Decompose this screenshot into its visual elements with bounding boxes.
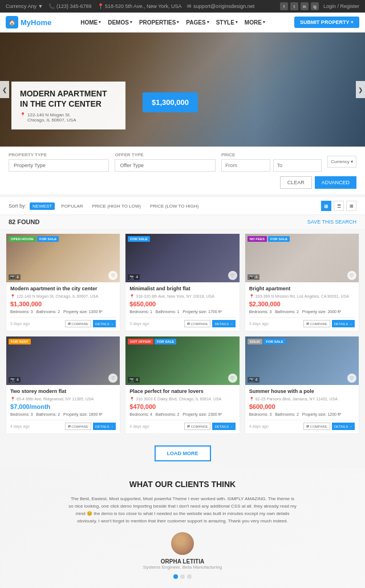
- card-footer: 4 days ago ⇄ COMPARE DETAILS →: [129, 420, 235, 430]
- property-type-select[interactable]: Property Type: [9, 159, 109, 172]
- instagram-icon[interactable]: ig: [311, 2, 319, 10]
- search-filters: PROPERTY TYPE Property Type OFFER TYPE O…: [0, 147, 365, 195]
- card-body: Place perfect for nature lovers 📍 310 30…: [125, 385, 239, 433]
- linkedin-icon[interactable]: in: [301, 2, 309, 10]
- dot-1[interactable]: [173, 574, 178, 579]
- card-address: 📍 122-140 N Mogan St, Chicago, IL 60607,…: [10, 294, 116, 299]
- card-badges: FOR SALE: [128, 236, 149, 242]
- nav-home[interactable]: HOME ▾: [80, 19, 101, 26]
- offer-type-select[interactable]: Offer Type: [115, 159, 215, 172]
- map-view-button[interactable]: ⊞: [346, 201, 356, 211]
- address-text: 310 3003 E Daley Blvd, Chicago, IL 60614…: [136, 397, 221, 401]
- card-actions: ⇄ COMPARE DETAILS →: [303, 423, 355, 430]
- sort-label: Sort by:: [9, 203, 26, 209]
- twitter-icon[interactable]: t: [290, 2, 298, 10]
- pin-icon: 📍: [129, 294, 135, 299]
- badge-rent: FOR RENT: [9, 339, 31, 344]
- card-image[interactable]: HOT OFFER!FOR SALE ♡ 📷 4: [125, 336, 239, 385]
- pin-icon: 📍: [10, 294, 15, 299]
- card-price: $650,000: [129, 301, 235, 307]
- property-card: NO FEESFOR SALE ♡ 📷 4 Bright apartment 📍…: [245, 233, 359, 331]
- login-register[interactable]: Login / Register: [323, 3, 359, 9]
- facebook-icon[interactable]: f: [280, 2, 288, 10]
- pin-icon: 📍: [20, 112, 26, 117]
- favorite-button[interactable]: ♡: [228, 374, 237, 383]
- details-button[interactable]: DETAILS →: [332, 320, 355, 327]
- nav-more[interactable]: MORE ▾: [245, 19, 265, 26]
- details-button[interactable]: DETAILS →: [332, 423, 355, 430]
- save-search-button[interactable]: SAVE THIS SEARCH: [307, 219, 356, 225]
- submit-property-button[interactable]: SUBMIT PROPERTY +: [294, 17, 359, 28]
- dot-3[interactable]: [187, 574, 192, 579]
- filter-buttons: CLEAR ADVANCED: [9, 176, 356, 189]
- compare-button[interactable]: ⇄ COMPARE: [303, 320, 330, 327]
- compare-button[interactable]: ⇄ COMPARE: [303, 423, 330, 430]
- sort-popular[interactable]: POPULAR: [58, 202, 86, 210]
- dot-2[interactable]: [180, 574, 185, 579]
- logo[interactable]: 🏠 MyHome: [6, 16, 51, 29]
- favorite-button[interactable]: ♡: [108, 374, 117, 383]
- currency-selector[interactable]: Currency Any ▼: [6, 3, 43, 9]
- card-title: Summer house with a pole: [249, 388, 355, 395]
- card-specs: Bedrooms: 3 Bathrooms: 2 Property size: …: [249, 412, 355, 418]
- details-button[interactable]: DETAILS →: [93, 423, 116, 430]
- compare-button[interactable]: ⇄ COMPARE: [65, 320, 92, 327]
- nav-properties[interactable]: PROPERTIES ▾: [139, 19, 179, 26]
- testimonial-title: WHAT OUR CLIENTS THINK: [9, 480, 356, 489]
- price-from-input[interactable]: [221, 159, 270, 172]
- card-image[interactable]: OPEN HOUSEFOR SALE ♡ 📷 4: [6, 234, 120, 282]
- card-specs: Bedrooms: 1 Bathrooms: 1 Property size: …: [129, 309, 235, 315]
- clear-button[interactable]: CLEAR: [280, 176, 312, 189]
- list-view-button[interactable]: ☰: [334, 201, 344, 211]
- hero-next-button[interactable]: ❯: [356, 81, 365, 98]
- card-title: Bright apartment: [249, 286, 355, 293]
- view-options: ▦ ☰ ⊞: [321, 201, 356, 211]
- nav-pages[interactable]: PAGES ▾: [186, 19, 209, 26]
- badge-hot: HOT OFFER!: [128, 339, 153, 344]
- favorite-button[interactable]: ♡: [347, 271, 356, 280]
- phone2: 📍 518-520 5th Ave., New York, USA: [98, 3, 182, 9]
- property-type-label: PROPERTY TYPE: [9, 152, 109, 157]
- compare-button[interactable]: ⇄ COMPARE: [184, 423, 211, 430]
- card-image[interactable]: SOLD!FOR SALE ♡ 📷 4: [245, 336, 359, 385]
- advanced-button[interactable]: ADVANCED: [315, 176, 356, 189]
- card-image[interactable]: NO FEESFOR SALE ♡ 📷 4: [245, 234, 359, 282]
- card-price: $470,000: [129, 403, 235, 410]
- hero-price-button[interactable]: $1,300,000: [143, 92, 198, 112]
- card-image[interactable]: FOR RENT ♡ 📷 4: [6, 336, 120, 385]
- details-button[interactable]: DETAILS →: [212, 320, 235, 327]
- chevron-icon: ▾: [99, 20, 101, 25]
- currency-button[interactable]: Currency ▾: [327, 156, 356, 168]
- load-more-button[interactable]: LOAD MORE: [155, 445, 211, 461]
- offer-type-label: OFFER TYPE: [115, 152, 215, 157]
- nav-demos[interactable]: DEMOS ▾: [108, 19, 132, 26]
- chevron-icon: ▾: [263, 20, 265, 25]
- photo-count: 📷 4: [248, 377, 259, 383]
- card-image[interactable]: FOR SALE ♡ 📷 4: [125, 234, 239, 282]
- photo-count: 📷 4: [9, 274, 21, 280]
- nav-style[interactable]: STYLE ▾: [216, 19, 238, 26]
- card-time: 3 days ago: [10, 322, 30, 326]
- sort-price-high[interactable]: PRICE (HIGH TO LOW): [89, 202, 144, 210]
- badge-sale: FOR SALE: [155, 339, 176, 344]
- favorite-button[interactable]: ♡: [108, 271, 117, 280]
- compare-button[interactable]: ⇄ COMPARE: [184, 320, 211, 327]
- card-badges: SOLD!FOR SALE: [248, 339, 286, 344]
- grid-view-button[interactable]: ▦: [321, 201, 331, 211]
- topbar: Currency Any ▼ 📞 (123) 345-6789 📍 518-52…: [0, 0, 365, 13]
- phone1: 📞 (123) 345-6789: [48, 3, 91, 9]
- property-type-filter: PROPERTY TYPE Property Type: [9, 152, 109, 172]
- details-button[interactable]: DETAILS →: [93, 320, 116, 327]
- details-button[interactable]: DETAILS →: [212, 423, 235, 430]
- property-card: FOR RENT ♡ 📷 4 Two storey modern flat 📍 …: [6, 336, 120, 434]
- sort-price-low[interactable]: PRICE (LOW TO HIGH): [147, 202, 202, 210]
- favorite-button[interactable]: ♡: [347, 374, 356, 383]
- price-to-input[interactable]: [273, 159, 322, 172]
- favorite-button[interactable]: ♡: [228, 271, 237, 280]
- sort-newest[interactable]: NEWEST: [30, 202, 55, 210]
- hero-banner: MODERN APARTMENT IN THE CITY CENTER 📍 12…: [0, 33, 365, 147]
- compare-button[interactable]: ⇄ COMPARE: [65, 423, 92, 430]
- card-price: $1,300,000: [10, 301, 116, 307]
- card-time: 4 days ago: [10, 424, 30, 428]
- hero-prev-button[interactable]: ❮: [0, 81, 9, 98]
